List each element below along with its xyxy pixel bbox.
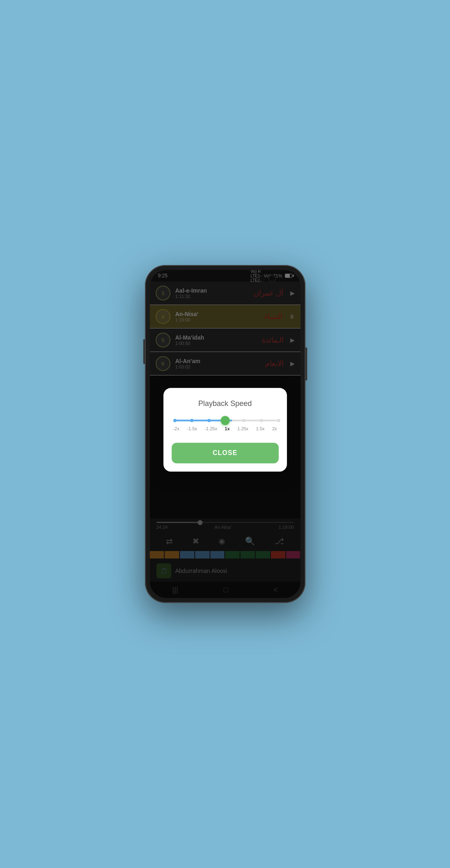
speed-label-1x: 1x xyxy=(225,426,230,431)
speed-labels: -2x -1.5x -1.25x 1x 1.25x 1.5x 2x xyxy=(173,426,277,431)
phone-screen: 9:25 Vo) RLTE1·ᵢᵢ Vo))LTE2ᵢᵢ 71% 3 Aal-e… xyxy=(150,270,301,598)
phone-device: 9:25 Vo) RLTE1·ᵢᵢ Vo))LTE2ᵢᵢ 71% 3 Aal-e… xyxy=(145,265,305,603)
speed-slider-track[interactable] xyxy=(173,420,277,421)
close-button[interactable]: CLOSE xyxy=(171,443,278,463)
tick-2x xyxy=(277,419,280,422)
tick-minus15x xyxy=(190,419,194,422)
speed-label-minus125x: -1.25x xyxy=(205,426,217,431)
tick-125x xyxy=(242,419,245,422)
tick-minus125x xyxy=(208,419,211,422)
tick-15x xyxy=(259,419,263,422)
speed-slider-thumb[interactable] xyxy=(220,416,229,425)
speed-slider-container[interactable]: -2x -1.5x -1.25x 1x 1.25x 1.5x 2x xyxy=(171,420,278,431)
modal-title: Playback Speed xyxy=(171,399,278,408)
speed-label-125x: 1.25x xyxy=(237,426,248,431)
speed-label-2x: 2x xyxy=(272,426,277,431)
tick-minus2x xyxy=(173,419,176,422)
playback-speed-modal: Playback Speed xyxy=(163,388,287,472)
speed-label-minus15x: -1.5x xyxy=(187,426,197,431)
speed-label-15x: 1.5x xyxy=(256,426,265,431)
speed-label-minus2x: -2x xyxy=(173,426,179,431)
